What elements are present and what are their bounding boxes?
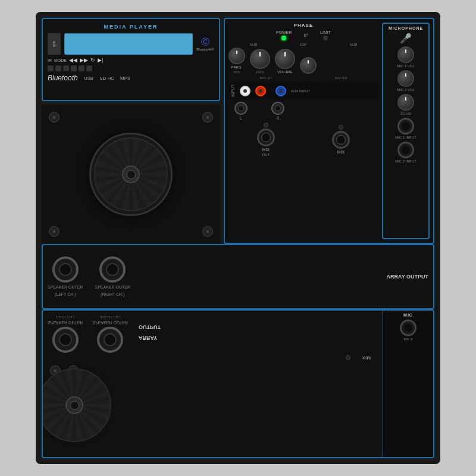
main-controls: PHASE POWER 0° LIMIT (228, 23, 378, 239)
sub-left-label: SUB (250, 43, 257, 46)
control-dots (48, 65, 214, 71)
volume-knob-group: VOLUME (275, 49, 295, 74)
aux-label: AUX INPUT (291, 89, 310, 93)
screw-br: × (202, 226, 213, 237)
limit-indicator: LIMIT (320, 30, 331, 40)
bottom-fan (48, 378, 101, 432)
bottom-speaker1-label: SPEAKER OUTER (48, 321, 83, 325)
prev-btn[interactable]: ◀◀ (69, 57, 77, 63)
sub-right-knob[interactable] (300, 57, 317, 74)
left-label: L (240, 116, 242, 120)
jack-right[interactable] (271, 102, 284, 115)
power-indicator: POWER (276, 30, 292, 40)
rca-right[interactable] (255, 86, 266, 96)
bottom-mix-led-2 (346, 356, 350, 361)
speaker2-inner (106, 263, 119, 276)
bottom-speaker2: SPEAKER OUTER (RIGHT CH.) (93, 315, 129, 353)
jack-row: L R (228, 102, 378, 120)
mix-right-led (339, 125, 343, 130)
bottom-mic3-input-label: Mic 3 (404, 337, 412, 341)
freq-knob-group: 160Hz (250, 49, 270, 74)
xlr-right[interactable] (332, 131, 350, 149)
bluetooth-text: Bluetooth (48, 74, 78, 82)
screw-tr: × (202, 112, 213, 123)
mix-left-label: MIX (262, 148, 270, 152)
bottom-mix-row: MIX OUT MIX (48, 355, 428, 361)
rca-aux[interactable] (275, 86, 286, 96)
volume-label: VOLUME (277, 70, 292, 74)
power-label: POWER (276, 30, 292, 35)
volume-knob[interactable] (275, 49, 295, 69)
bottom-speaker2-jack[interactable] (97, 327, 123, 353)
next-btn[interactable]: ▶▶ (80, 57, 88, 63)
sub-row: SUB 180° SUB (228, 43, 378, 46)
input-row: INPUT AUX INPUT (228, 82, 378, 99)
rca-left[interactable] (240, 86, 250, 96)
mic1-input-label: MIC 1 INPUT (395, 136, 416, 139)
bottom-mic3-jack[interactable] (400, 320, 416, 336)
mic2-vol-label: MIC 2 VOL (397, 88, 415, 92)
bottom-speaker2-label: SPEAKER OUTER (93, 321, 129, 325)
speaker1-inner (59, 263, 72, 276)
speaker-output-section: SPEAKER OUTER (LEFT CH.) SPEAKER OUTER (… (42, 244, 434, 309)
media-player-top: USB Ⓒ Bluetooth® (48, 33, 214, 55)
bottom-speaker1-jack[interactable] (52, 327, 79, 353)
mp3-logo: MP3 (120, 76, 130, 81)
mic2-vol-group: MIC 2 VOL (386, 70, 426, 92)
sub-knob[interactable] (228, 48, 245, 64)
dot-3[interactable] (63, 65, 69, 71)
bottom-array-label: ARRAYOUTPUT (139, 325, 161, 342)
rca-aux-inner (279, 89, 283, 93)
mix-right-label: MIX (337, 150, 345, 154)
jack-left[interactable] (234, 102, 248, 115)
speaker-outputs: SPEAKER OUTER (LEFT CH.) SPEAKER OUTER (… (48, 256, 380, 298)
freq-label: FREQ. (231, 65, 242, 69)
mode-label: MODE (54, 58, 67, 62)
speaker1-jack[interactable] (52, 256, 79, 283)
scale-row: MP3 / BT MASTER (228, 76, 378, 80)
dot-1[interactable] (48, 65, 54, 71)
usb-logo: USB (84, 76, 93, 81)
master-label: MASTER (335, 76, 347, 80)
mic2-input-jack[interactable] (397, 142, 414, 158)
speaker2-label: SPEAKER OUTER (95, 285, 131, 290)
play-btn[interactable]: ▶| (98, 57, 103, 63)
bottom-mic-panel: MIC Mic 3 (383, 311, 433, 457)
controls-section: PHASE POWER 0° LIMIT (224, 18, 434, 244)
xlr-left[interactable] (257, 129, 275, 146)
mic-title: MICROPHONE (389, 26, 423, 30)
repeat-btn[interactable]: ↻ (90, 57, 95, 63)
media-logos: Bluetooth USB SD HC MP3 (48, 74, 214, 82)
mix-left-led (264, 123, 268, 127)
usb-slot[interactable]: USB (48, 33, 61, 55)
screw-bl: × (49, 226, 60, 237)
dot-4[interactable] (71, 65, 77, 71)
bottom-array-output: ARRAYOUTPUT (139, 324, 161, 345)
left-panel: MEDIA PLAYER USB Ⓒ Bluetooth® IR MODE ◀◀ (42, 18, 220, 244)
sub-right-knob-group (300, 57, 317, 74)
screw-tl: × (49, 112, 60, 123)
freq-knob[interactable] (250, 49, 270, 69)
mic2-input-label: MIC 2 INPUT (395, 159, 416, 163)
mic1-vol-knob[interactable] (397, 46, 414, 63)
speaker2-jack[interactable] (99, 256, 126, 283)
out-label: OUT (262, 153, 270, 156)
bottom-upside-content: SPEAKER OUTER (LEFT CH.) SPEAKER OUTER (… (48, 315, 428, 353)
right-panel: PHASE POWER 0° LIMIT (224, 18, 434, 244)
phase-header: PHASE (228, 23, 378, 28)
dot-6[interactable] (86, 65, 92, 71)
mic2-vol-knob[interactable] (397, 70, 414, 87)
mic1-input-jack[interactable] (397, 118, 414, 134)
input-label: INPUT (231, 84, 235, 97)
echo-knob[interactable] (397, 94, 414, 111)
dot-5[interactable] (79, 65, 84, 71)
degree-180: 180° (300, 43, 307, 46)
freq-40hz: 40Hz (233, 70, 240, 74)
aux-group: AUX INPUT (291, 89, 310, 93)
dot-2[interactable] (55, 65, 61, 71)
bottom-fan-section: × × (48, 363, 428, 432)
right-label: R (276, 116, 279, 120)
device-body: MEDIA PLAYER USB Ⓒ Bluetooth® IR MODE ◀◀ (36, 12, 440, 464)
speaker1-ch: (LEFT CH.) (55, 292, 76, 297)
limit-label: LIMIT (320, 30, 331, 35)
